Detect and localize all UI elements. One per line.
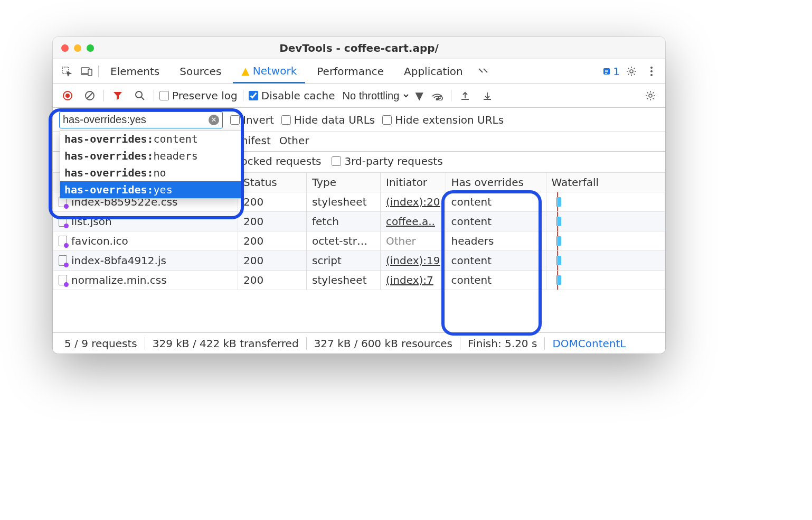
cell-name: index-8bfa4912.js [53, 251, 238, 271]
autocomplete-option[interactable]: has-overrides:content [60, 131, 241, 147]
tab-elements[interactable]: Elements [102, 59, 168, 83]
device-toolbar-icon[interactable] [78, 63, 95, 80]
clear-button[interactable] [81, 87, 98, 104]
cell-waterfall [546, 251, 665, 271]
col-type[interactable]: Type [307, 173, 381, 192]
autocomplete-option[interactable]: has-overrides:no [60, 164, 241, 181]
tab-network[interactable]: ▲ Network [233, 60, 305, 83]
table-row[interactable]: list.json200fetchcoffee.a..content [53, 212, 665, 231]
cell-waterfall [546, 271, 665, 290]
cell-type: script [307, 251, 381, 271]
svg-point-18 [649, 94, 652, 97]
filter-input[interactable] [63, 114, 209, 126]
preserve-log-label: Preserve log [172, 89, 238, 102]
col-status[interactable]: Status [238, 173, 307, 192]
issues-button[interactable]: 1 [602, 63, 620, 80]
svg-point-9 [650, 67, 653, 69]
filter-input-wrapper: ✕ has-overrides:contenthas-overrides:hea… [59, 112, 223, 128]
record-button[interactable] [59, 87, 76, 104]
download-har-icon[interactable] [479, 87, 496, 104]
hide-extension-urls-checkbox[interactable]: Hide extension URLs [382, 114, 504, 126]
status-resources: 327 kB / 600 kB resources [307, 337, 460, 350]
autocomplete-option[interactable]: has-overrides:yes [60, 181, 241, 198]
tab-network-label: Network [253, 64, 297, 77]
inspect-element-icon[interactable] [58, 63, 75, 80]
status-bar: 5 / 9 requests 329 kB / 422 kB transferr… [53, 332, 665, 354]
status-domcontentloaded: DOMContentL [545, 337, 633, 350]
svg-line-15 [141, 97, 144, 100]
separator [451, 90, 451, 101]
file-override-icon [59, 236, 67, 246]
cell-overrides: content [446, 212, 546, 231]
type-filter-other[interactable]: Other [279, 134, 309, 147]
upload-har-icon[interactable] [457, 87, 474, 104]
cell-waterfall [546, 231, 665, 251]
chevron-down-icon: ▼ [416, 89, 423, 102]
disable-cache-checkbox[interactable]: Disable cache [249, 89, 335, 102]
cell-waterfall [546, 212, 665, 231]
search-icon[interactable] [131, 87, 148, 104]
tab-sources[interactable]: Sources [171, 59, 230, 83]
cell-overrides: content [446, 271, 546, 290]
filter-funnel-icon[interactable] [109, 87, 126, 104]
cell-name: favicon.ico [53, 231, 238, 251]
cell-type: stylesheet [307, 271, 381, 290]
file-override-icon [59, 275, 67, 285]
separator [103, 90, 104, 101]
tab-performance[interactable]: Performance [308, 59, 392, 83]
cell-initiator: (index):19 [381, 251, 446, 271]
cell-status: 200 [238, 212, 307, 231]
separator [243, 90, 243, 101]
table-row[interactable]: favicon.ico200octet-str…Otherheaders [53, 231, 665, 251]
initiator-other: Other [386, 235, 416, 247]
third-party-checkbox[interactable]: 3rd-party requests [332, 155, 442, 168]
warning-icon: ▲ [241, 64, 249, 77]
window-title: DevTools - coffee-cart.app/ [53, 42, 665, 54]
cell-type: octet-str… [307, 231, 381, 251]
throttling-select[interactable]: No throttling [341, 89, 410, 102]
svg-point-14 [136, 91, 142, 98]
more-tabs-icon[interactable] [475, 63, 492, 80]
settings-gear-icon[interactable] [623, 63, 640, 80]
table-empty-space [53, 290, 665, 332]
col-has-overrides[interactable]: Has overrides [446, 173, 546, 192]
filter-bar: ✕ has-overrides:contenthas-overrides:hea… [53, 108, 665, 132]
hide-data-urls-label: Hide data URLs [294, 114, 375, 126]
cell-initiator: (index):7 [381, 271, 446, 290]
initiator-link[interactable]: (index):19 [386, 254, 440, 267]
svg-point-16 [436, 98, 438, 100]
issues-count: 1 [613, 65, 620, 78]
table-row[interactable]: index-8bfa4912.js200script(index):19cont… [53, 251, 665, 271]
kebab-menu-icon[interactable] [643, 63, 660, 80]
svg-line-13 [87, 92, 93, 99]
svg-point-11 [650, 74, 653, 76]
svg-rect-7 [605, 73, 607, 74]
initiator-link[interactable]: (index):20 [386, 196, 440, 208]
titlebar: DevTools - coffee-cart.app/ [53, 37, 665, 59]
network-conditions-icon[interactable] [429, 87, 446, 104]
file-override-icon [59, 255, 67, 266]
invert-label: Invert [243, 114, 274, 126]
cell-status: 200 [238, 231, 307, 251]
autocomplete-option[interactable]: has-overrides:headers [60, 147, 241, 164]
initiator-link[interactable]: (index):7 [386, 274, 433, 286]
table-row[interactable]: normalize.min.css200stylesheet(index):7c… [53, 271, 665, 290]
cell-initiator: (index):20 [381, 192, 446, 212]
preserve-log-checkbox[interactable]: Preserve log [159, 89, 238, 102]
col-waterfall[interactable]: Waterfall [546, 173, 665, 192]
third-party-label: 3rd-party requests [344, 155, 442, 168]
initiator-link[interactable]: coffee.a.. [386, 215, 435, 228]
col-initiator[interactable]: Initiator [381, 173, 446, 192]
cell-waterfall [546, 192, 665, 212]
svg-rect-3 [88, 69, 92, 76]
clear-filter-icon[interactable]: ✕ [209, 115, 219, 125]
hide-data-urls-checkbox[interactable]: Hide data URLs [281, 114, 375, 126]
filter-autocomplete: has-overrides:contenthas-overrides:heade… [60, 130, 242, 199]
separator [98, 66, 99, 77]
network-settings-gear-icon[interactable] [642, 87, 659, 104]
main-tab-strip: Elements Sources ▲ Network Performance A… [53, 59, 665, 83]
invert-checkbox[interactable]: Invert [230, 114, 274, 126]
tab-application[interactable]: Application [395, 59, 471, 83]
cell-type: stylesheet [307, 192, 381, 212]
cell-overrides: content [446, 251, 546, 271]
